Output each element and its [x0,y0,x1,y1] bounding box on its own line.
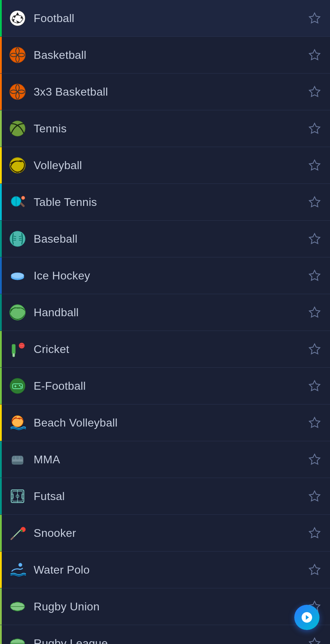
sport-item-football[interactable]: Football [0,0,330,37]
accent-bar [0,404,2,441]
svg-point-58 [12,416,23,427]
mma-icon [8,450,27,469]
accent-bar [0,147,2,183]
svg-marker-22 [309,86,320,97]
star-button-3x3-basketball[interactable] [308,85,322,99]
3x3-basketball-icon [8,83,27,101]
sport-item-cricket[interactable]: Cricket [0,331,330,368]
svg-rect-64 [12,462,23,464]
svg-point-76 [21,530,23,532]
star-button-water-polo[interactable] [308,563,322,577]
star-button-tennis[interactable] [308,122,322,136]
sport-item-beach-volleyball[interactable]: Beach Volleyball [0,404,330,441]
svg-point-31 [21,196,25,200]
sport-name-ice-hockey: Ice Hockey [34,269,308,282]
cricket-icon [8,340,27,358]
accent-bar [0,515,2,551]
sport-item-rugby-league[interactable]: Rugby League [0,625,330,644]
rugby-union-icon [8,597,27,616]
star-button-e-football[interactable] [308,379,322,393]
accent-bar [0,74,2,110]
sport-item-snooker[interactable]: Snooker [0,515,330,552]
sport-name-baseball: Baseball [34,233,308,245]
star-button-handball[interactable] [308,305,322,319]
star-button-table-tennis[interactable] [308,195,322,209]
svg-point-78 [19,563,22,567]
svg-point-55 [19,385,20,386]
svg-marker-72 [309,491,320,501]
star-button-futsal[interactable] [308,489,322,503]
star-button-beach-volleyball[interactable] [308,416,322,430]
sport-item-3x3-basketball[interactable]: 3x3 Basketball [0,74,330,110]
svg-marker-16 [309,13,320,23]
star-button-rugby-league[interactable] [308,636,322,644]
svg-marker-24 [309,123,320,133]
accent-bar [0,331,2,367]
sport-item-futsal[interactable]: Futsal [0,478,330,515]
sport-item-baseball[interactable]: Baseball [0,221,330,257]
sport-name-volleyball: Volleyball [34,159,308,172]
accent-bar [0,221,2,257]
sport-item-water-polo[interactable]: Water Polo [0,552,330,588]
sport-item-handball[interactable]: Handball [0,294,330,331]
sport-item-mma[interactable]: MMA [0,441,330,478]
star-button-volleyball[interactable] [308,158,322,172]
water-polo-icon [8,561,27,579]
accent-bar [0,37,2,73]
accent-bar [0,625,2,644]
snooker-icon [8,524,27,542]
sport-name-tennis: Tennis [34,122,308,135]
sport-item-e-football[interactable]: E-Football [0,368,330,404]
sport-item-rugby-union[interactable]: Rugby Union [0,588,330,625]
svg-rect-47 [12,344,15,354]
sport-name-mma: MMA [34,453,308,466]
sport-item-ice-hockey[interactable]: Ice Hockey [0,257,330,294]
svg-marker-40 [309,234,320,244]
tennis-icon [8,119,27,138]
sport-item-tennis[interactable]: Tennis [0,110,330,147]
sport-item-table-tennis[interactable]: Table Tennis [0,184,330,221]
star-button-mma[interactable] [308,452,322,466]
baseball-icon [8,230,27,248]
futsal-icon [8,487,27,505]
sport-item-basketball[interactable]: Basketball [0,37,330,74]
star-button-snooker[interactable] [308,526,322,540]
svg-line-74 [11,537,13,539]
e-football-icon [8,377,27,395]
star-button-football[interactable] [308,11,322,25]
svg-rect-62 [16,456,19,459]
star-button-baseball[interactable] [308,232,322,246]
svg-marker-43 [309,270,320,281]
svg-point-49 [19,343,25,348]
fab-button[interactable] [294,605,319,630]
svg-point-56 [20,386,22,388]
svg-rect-48 [13,353,15,357]
sport-name-basketball: Basketball [34,49,308,62]
accent-bar [0,294,2,331]
handball-icon [8,303,27,321]
sport-name-table-tennis: Table Tennis [34,196,308,209]
accent-bar [0,441,2,478]
svg-rect-61 [13,456,15,459]
svg-point-42 [11,273,24,278]
sport-name-cricket: Cricket [34,343,308,356]
ice-hockey-icon [8,266,27,285]
svg-marker-50 [309,344,320,354]
sport-name-futsal: Futsal [34,490,308,503]
svg-marker-79 [309,565,320,575]
svg-marker-19 [309,50,320,60]
table-tennis-icon [8,193,27,211]
accent-bar [0,552,2,588]
sport-item-volleyball[interactable]: Volleyball [0,147,330,184]
basketball-icon [8,46,27,64]
sport-name-rugby-league: Rugby League [34,637,308,644]
svg-marker-65 [309,454,320,464]
star-button-basketball[interactable] [308,48,322,62]
svg-marker-59 [309,417,320,428]
sports-list: Football Basketball [0,0,330,644]
svg-rect-29 [20,202,25,208]
star-button-ice-hockey[interactable] [308,269,322,283]
star-button-cricket[interactable] [308,342,322,356]
accent-bar [0,257,2,294]
accent-bar [0,184,2,220]
